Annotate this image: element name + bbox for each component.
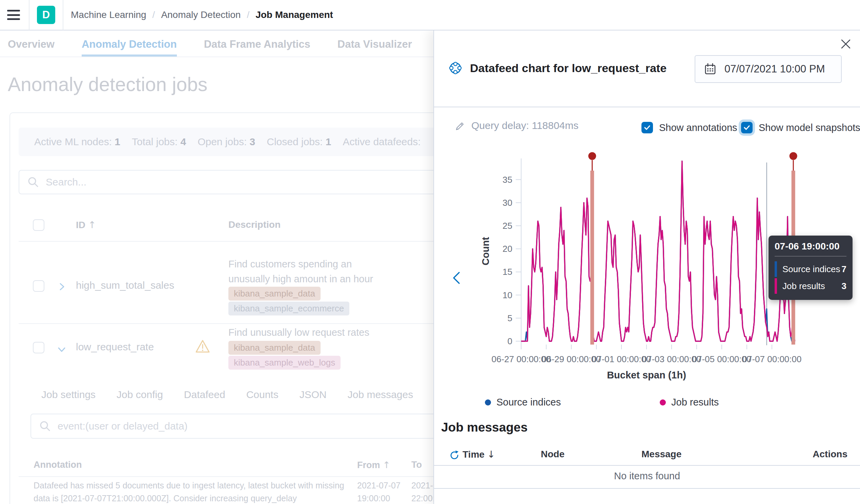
- stat-item: Active datafeeds:: [343, 136, 420, 148]
- job-messages-header: Time↓ Node Message Actions: [434, 447, 860, 464]
- header-divider: [63, 0, 63, 30]
- flyout-title: Datafeed chart for low_request_rate: [470, 62, 666, 75]
- sort-asc-icon: ↑: [88, 219, 96, 231]
- chevron-right-icon[interactable]: [57, 282, 67, 292]
- svg-text:35: 35: [502, 175, 512, 185]
- tooltip-title: 07-06 19:00:00: [775, 241, 846, 256]
- query-delay[interactable]: Query delay: 118804ms: [455, 120, 578, 131]
- row-checkbox[interactable]: [33, 342, 44, 353]
- tab-data-visualizer[interactable]: Data Visualizer: [338, 33, 412, 57]
- sort-desc-icon: ↓: [487, 449, 495, 460]
- tab-overview[interactable]: Overview: [8, 33, 55, 57]
- column-node: Node: [541, 449, 564, 460]
- datafeed-icon: [448, 60, 463, 76]
- job-id[interactable]: low_request_rate: [76, 341, 154, 353]
- stat-item: Total jobs: 4: [132, 136, 186, 148]
- date-picker[interactable]: 07/07/2021 10:00 PM: [694, 55, 842, 83]
- legend-source-indices[interactable]: Source indices: [485, 397, 561, 408]
- breadcrumb-separator: /: [153, 10, 155, 20]
- flyout-divider: [434, 107, 860, 107]
- flyout-header: Datafeed chart for low_request_rate: [448, 60, 666, 76]
- breadcrumb-anomaly-detection[interactable]: Anomaly Detection: [161, 10, 241, 20]
- date-picker-value: 07/07/2021 10:00 PM: [725, 63, 825, 75]
- column-to: To: [411, 460, 422, 470]
- row-checkbox[interactable]: [33, 280, 44, 292]
- close-icon[interactable]: [838, 36, 853, 51]
- svg-text:Count: Count: [480, 237, 491, 265]
- select-all-checkbox[interactable]: [33, 219, 44, 231]
- detail-tab-counts[interactable]: Counts: [246, 389, 278, 400]
- tab-data-frame-analytics[interactable]: Data Frame Analytics: [204, 33, 311, 57]
- show-model-snapshots-checkbox[interactable]: Show model snapshots: [741, 122, 860, 133]
- tooltip-row: Source indices 7: [775, 261, 846, 277]
- svg-text:30: 30: [502, 198, 512, 208]
- datafeed-chart-flyout: Datafeed chart for low_request_rate 07/0…: [433, 30, 860, 504]
- job-description: Find unusually low request rates: [228, 327, 369, 338]
- series-color-bar: [775, 278, 777, 294]
- detail-tab-job-messages[interactable]: Job messages: [348, 389, 413, 400]
- detail-tab-job-settings[interactable]: Job settings: [41, 389, 96, 400]
- page-title: Anomaly detection jobs: [8, 73, 207, 95]
- search-icon: [27, 176, 39, 188]
- jobs-table-header: ID↑ Description Processed records: [10, 214, 491, 242]
- breadcrumb: Machine Learning / Anomaly Detection / J…: [71, 10, 333, 20]
- checkbox-label: Show model snapshots: [759, 122, 860, 133]
- checkbox-checked-icon: [642, 122, 653, 133]
- sort-asc-icon: ↑: [383, 460, 391, 470]
- checkbox-label: Show annotations: [659, 122, 737, 133]
- stat-item: Open jobs: 3: [198, 136, 255, 148]
- table-border: [434, 465, 860, 466]
- legend-job-results[interactable]: Job results: [660, 397, 719, 408]
- job-description: Find customers spending an: [228, 258, 352, 270]
- job-id[interactable]: high_sum_total_sales: [76, 280, 174, 291]
- annotation-text: data is [2021-07-07T21:00:00.000Z]. Cons…: [33, 493, 297, 503]
- collapse-chevron-icon[interactable]: [450, 269, 462, 287]
- svg-text:25: 25: [502, 221, 512, 231]
- no-items-message: No items found: [434, 471, 860, 481]
- annotation-text: Datafeed has missed 5 documents due to i…: [33, 481, 344, 490]
- breadcrumb-job-management: Job Management: [256, 10, 333, 20]
- menu-icon[interactable]: [7, 10, 20, 20]
- index-badge: kibana_sample_web_logs: [228, 356, 341, 370]
- tooltip-row: Job results 3: [775, 278, 846, 294]
- calendar-icon: [704, 63, 716, 75]
- search-icon: [39, 420, 51, 432]
- detail-tab-datafeed[interactable]: Datafeed: [184, 389, 225, 400]
- ml-tabs: OverviewAnomaly DetectionData Frame Anal…: [0, 33, 433, 57]
- legend-dot-icon: [485, 399, 491, 405]
- breadcrumb-separator: /: [247, 10, 249, 20]
- stat-item: Closed jobs: 1: [267, 136, 331, 148]
- annotation-from: 2021-07-07: [357, 481, 401, 490]
- annotation-from: 19:00:00: [357, 493, 390, 503]
- svg-text:0: 0: [507, 336, 512, 346]
- app-header: D Machine Learning / Anomaly Detection /…: [0, 0, 860, 30]
- tab-anomaly-detection[interactable]: Anomaly Detection: [82, 33, 177, 57]
- column-time[interactable]: Time↓: [462, 449, 495, 460]
- svg-text:10: 10: [502, 290, 512, 300]
- column-description: Description: [228, 219, 281, 230]
- warning-icon: [195, 339, 210, 353]
- show-annotations-checkbox[interactable]: Show annotations: [642, 122, 737, 133]
- job-details-tabs: Job settingsJob configDatafeedCountsJSON…: [41, 389, 413, 400]
- column-id[interactable]: ID↑: [76, 219, 96, 231]
- index-badge: kibana_sample_data: [228, 287, 320, 300]
- checkbox-checked-icon: [741, 122, 752, 133]
- chart-tooltip: 07-06 19:00:00 Source indices 7 Job resu…: [769, 236, 852, 300]
- column-from[interactable]: From↑: [357, 460, 390, 471]
- detail-tab-job-config[interactable]: Job config: [117, 389, 163, 400]
- svg-text:20: 20: [502, 244, 512, 254]
- refresh-icon[interactable]: [449, 450, 459, 460]
- breadcrumb-machine-learning[interactable]: Machine Learning: [71, 10, 146, 20]
- column-annotation: Annotation: [33, 460, 82, 470]
- svg-text:Bucket span (1h): Bucket span (1h): [607, 370, 686, 381]
- svg-text:07-07 00:00:00: 07-07 00:00:00: [742, 354, 802, 364]
- detail-tab-json[interactable]: JSON: [300, 389, 327, 400]
- edit-pencil-icon: [455, 120, 466, 131]
- chevron-down-icon[interactable]: [57, 344, 67, 355]
- job-messages-heading: Job messages: [441, 420, 528, 435]
- deployment-logo[interactable]: D: [37, 6, 55, 24]
- series-color-bar: [775, 261, 777, 277]
- table-border: [434, 488, 860, 489]
- job-description: unusually high amount in an hour: [228, 273, 373, 285]
- index-badge: kibana_sample_data: [228, 341, 320, 355]
